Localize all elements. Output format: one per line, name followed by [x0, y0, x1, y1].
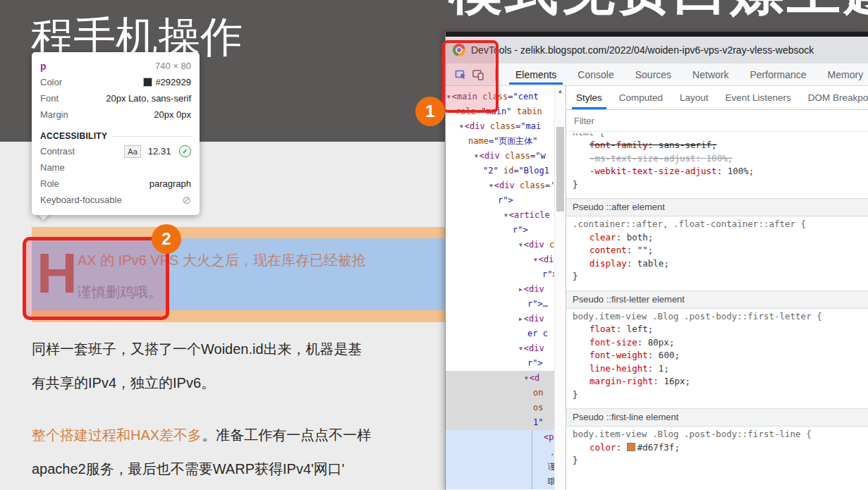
devtools-tab-network[interactable]: Network	[692, 69, 728, 80]
devtools-tab-memory[interactable]: Memory	[828, 69, 864, 80]
scroll-up-icon[interactable]: ▲	[555, 88, 566, 94]
dom-tree-node[interactable]: ▼<div c	[446, 252, 554, 267]
css-declaration[interactable]: content: "";	[573, 244, 868, 257]
dom-tree-node[interactable]: r">…	[446, 297, 554, 312]
styles-sidebar: StylesComputedLayoutEvent ListenersDOM B…	[566, 86, 868, 490]
sidebar-tab-styles[interactable]: Styles	[576, 92, 602, 103]
css-declaration[interactable]: color: #d67f3f;	[573, 441, 868, 455]
blog-top-heading-text: 模式免费白嫖主题	[448, 0, 868, 18]
dom-tree-node[interactable]: r">	[446, 356, 554, 371]
paragraph-3-rest: 。准备工作有一点点不一样	[202, 427, 371, 443]
dom-tree-node[interactable]: ▶<div	[446, 282, 554, 297]
expanded-arrow-icon[interactable]: ▼	[525, 375, 528, 381]
devtools-window: DevTools - zelikk.blogspot.com/2022/04/w…	[445, 32, 868, 490]
devtools-title: DevTools - zelikk.blogspot.com/2022/04/w…	[471, 44, 814, 56]
dom-tree-node[interactable]: ▼<div class="mai	[446, 119, 554, 134]
dom-tree-node[interactable]: r">	[446, 193, 554, 208]
elements-dom-tree: ▼<main class="centrole="main" tabin▼<div…	[446, 86, 554, 490]
devtools-tab-performance[interactable]: Performance	[750, 69, 806, 80]
annotation-rect-2	[23, 237, 169, 320]
hax-link[interactable]: 整个搭建过程和HAX差不多	[32, 427, 202, 443]
css-declaration[interactable]: font-weight: 600;	[573, 349, 868, 362]
sidebar-tab-bar: StylesComputedLayoutEvent ListenersDOM B…	[566, 86, 868, 110]
css-selector[interactable]: .container::after, .float-container::aft…	[573, 218, 868, 231]
dom-tree-node[interactable]: ▼<div	[446, 341, 554, 356]
dom-tree-node[interactable]: 谨	[446, 460, 554, 474]
css-declaration[interactable]: line-height: 1;	[573, 362, 868, 376]
dom-tree-node[interactable]: r">	[446, 223, 554, 238]
dom-tree-node[interactable]: on	[446, 386, 554, 400]
css-selector[interactable]: html {	[573, 133, 868, 139]
sidebar-tab-computed[interactable]: Computed	[619, 92, 663, 103]
expanded-arrow-icon[interactable]: ▼	[519, 242, 522, 248]
styles-filter-input[interactable]: Filter	[566, 110, 868, 132]
dom-tree-node[interactable]: "2" id="Blog1	[446, 164, 554, 178]
css-declaration[interactable]: -webkit-text-size-adjust: 100%;	[573, 165, 868, 178]
sidebar-tab-layout[interactable]: Layout	[680, 92, 709, 103]
css-declaration[interactable]: float: left;	[573, 323, 868, 336]
devtools-main: ▼<main class="centrole="main" tabin▼<div…	[446, 86, 868, 490]
contrast-aa-badge: Aa	[124, 145, 140, 158]
dom-tree-node[interactable]: os	[446, 400, 554, 415]
dom-tree-node[interactable]: er c	[446, 326, 554, 341]
contrast-label: Contrast	[40, 146, 75, 157]
collapsed-arrow-icon[interactable]: ▶	[519, 316, 522, 322]
expanded-arrow-icon[interactable]: ▼	[504, 212, 508, 219]
dom-tree-node[interactable]: ▶<div	[446, 312, 554, 326]
dom-tree-node[interactable]: ▼<div class='	[446, 178, 554, 193]
tooltip-color-value: #292929	[155, 77, 191, 87]
paragraph-2-line2: 有共享的IPv4，独立的IPv6。	[32, 366, 445, 400]
sidebar-tab-dom-breakpoints[interactable]: DOM Breakpoints	[808, 92, 868, 103]
expanded-arrow-icon[interactable]: ▼	[534, 257, 537, 263]
dom-tree-node[interactable]: ▼<div cla	[446, 238, 554, 252]
dom-tree-node[interactable]: name="页面主体"	[446, 134, 554, 149]
dom-tree-node[interactable]: r">	[446, 267, 554, 282]
styles-section-header: Pseudo ::first-letter element	[566, 290, 868, 309]
css-declaration[interactable]: clear: both;	[573, 231, 868, 245]
element-info-tooltip: p 740 × 80 Color #292929 Font 20px Lato,…	[32, 52, 200, 215]
expanded-arrow-icon[interactable]: ▼	[460, 123, 463, 130]
styles-section-header: Pseudo ::first-line element	[566, 408, 868, 427]
css-declaration[interactable]: font-size: 80px;	[573, 336, 868, 350]
paragraph-2: 同样一套班子，又搭了一个Woiden.id出来，机器是基 有共享的IPv4，独立…	[32, 332, 445, 400]
color-swatch-icon[interactable]	[627, 443, 635, 451]
css-rule[interactable]: body.item-view .Blog .post-body::first-l…	[566, 427, 868, 474]
sidebar-tab-event-listeners[interactable]: Event Listeners	[726, 92, 791, 103]
css-selector[interactable]: body.item-view .Blog .post-body::first-l…	[573, 310, 868, 324]
paragraph-3: 整个搭建过程和HAX差不多。准备工作有一点点不一样 apache2服务，最后也不…	[32, 418, 445, 486]
tooltip-dimensions: 740 × 80	[155, 61, 191, 71]
scrollbar-thumb[interactable]	[556, 127, 564, 212]
tooltip-color-label: Color	[40, 77, 62, 87]
devtools-tab-bar: ElementsConsoleSourcesNetworkPerformance…	[515, 63, 863, 85]
dom-tree-node[interactable]: 哦	[446, 474, 554, 489]
css-declaration[interactable]: display: table;	[573, 257, 868, 271]
collapsed-arrow-icon[interactable]: ▶	[519, 286, 522, 293]
dom-tree-node[interactable]: <p	[446, 430, 554, 445]
dom-tree-node[interactable]: ▼<div class="w	[446, 149, 554, 164]
devtools-tab-elements[interactable]: Elements	[515, 69, 556, 80]
paragraph-3-line1: 整个搭建过程和HAX差不多。准备工作有一点点不一样	[32, 418, 445, 452]
css-declaration[interactable]: margin-right: 16px;	[573, 375, 868, 388]
accessibility-header: ACCESSIBILITY	[40, 131, 107, 141]
css-selector[interactable]: body.item-view .Blog .post-body::first-l…	[573, 428, 868, 441]
css-rule[interactable]: .container::after, .float-container::aft…	[566, 216, 868, 290]
expanded-arrow-icon[interactable]: ▼	[519, 345, 522, 352]
expanded-arrow-icon[interactable]: ▼	[475, 153, 478, 159]
expanded-arrow-icon[interactable]: ▼	[489, 183, 493, 189]
css-rule[interactable]: body.item-view .Blog .post-body::first-l…	[566, 309, 868, 409]
dom-tree-node[interactable]: 1"	[446, 415, 554, 430]
dom-tree-node[interactable]: ▼<d	[446, 371, 554, 386]
dom-tree-node[interactable]: ，	[446, 445, 554, 460]
contrast-value: 12.31	[148, 146, 171, 157]
styles-section-header: Pseudo ::after element	[566, 198, 868, 216]
tooltip-margin-label: Margin	[40, 109, 68, 120]
css-declaration[interactable]: font-family: sans-serif;	[573, 139, 868, 152]
paragraph-2-line1: 同样一套班子，又搭了一个Woiden.id出来，机器是基	[32, 332, 445, 366]
devtools-tab-sources[interactable]: Sources	[635, 69, 671, 80]
elements-scrollbar[interactable]: ▲	[554, 86, 566, 490]
css-declaration[interactable]: -ms-text-size-adjust: 100%;	[573, 152, 868, 166]
css-rule[interactable]: html {font-family: sans-serif;-ms-text-s…	[566, 132, 868, 198]
devtools-titlebar[interactable]: DevTools - zelikk.blogspot.com/2022/04/w…	[446, 37, 868, 63]
devtools-tab-console[interactable]: Console	[577, 69, 613, 80]
dom-tree-node[interactable]: ▼<article c	[446, 208, 554, 223]
